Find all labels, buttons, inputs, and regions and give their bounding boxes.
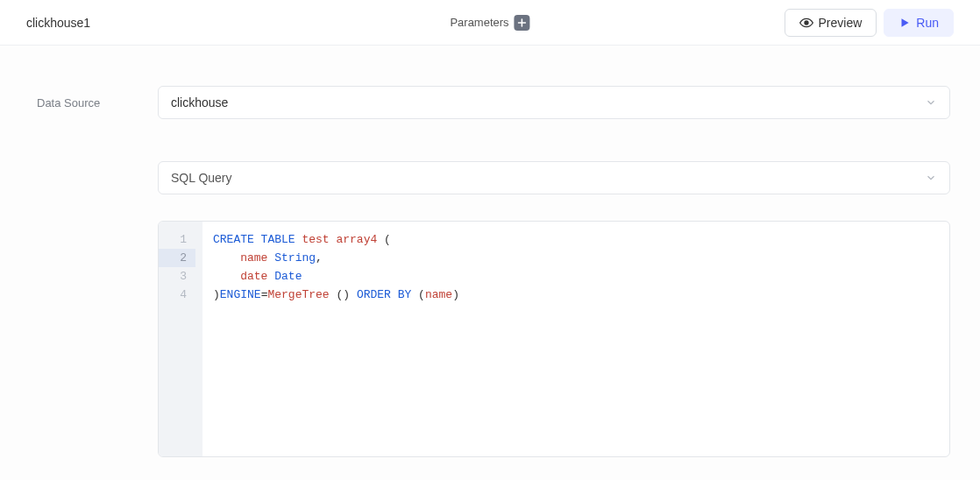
parameters-section: Parameters [450,15,529,31]
line-number: 4 [159,286,195,304]
query-type-value: SQL Query [171,171,232,185]
add-parameter-button[interactable] [515,15,530,31]
plus-icon [518,18,527,27]
line-number: 2 [159,249,195,267]
preview-button-label: Preview [819,16,863,30]
data-source-row: Data Source clickhouse [37,86,950,119]
data-source-select[interactable]: clickhouse [158,86,950,119]
header-bar: clickhouse1 Parameters Preview Run [0,0,980,46]
data-source-label: Data Source [37,86,158,109]
query-row-body: SQL Query 1234 CREATE TABLE test array4 … [158,161,950,457]
run-button[interactable]: Run [884,9,954,37]
data-source-value: clickhouse [171,95,228,109]
svg-point-0 [805,21,808,25]
chevron-down-icon [925,96,937,109]
chevron-down-icon [925,172,937,184]
query-row-label [37,161,158,172]
page-title: clickhouse1 [26,16,90,30]
play-icon [898,17,911,29]
content-area: Data Source clickhouse SQL Query 1234 CR… [0,46,980,480]
header-actions: Preview Run [785,9,954,37]
editor-code[interactable]: CREATE TABLE test array4 ( name String, … [202,222,949,456]
parameters-label: Parameters [450,16,508,29]
sql-editor[interactable]: 1234 CREATE TABLE test array4 ( name Str… [158,221,950,457]
query-row: SQL Query 1234 CREATE TABLE test array4 … [37,161,950,457]
line-number: 3 [159,267,195,286]
run-button-label: Run [916,16,939,30]
preview-button[interactable]: Preview [785,9,877,37]
query-type-row: SQL Query [158,161,950,194]
eye-icon [799,16,813,30]
editor-gutter: 1234 [159,222,202,456]
query-type-select[interactable]: SQL Query [158,161,950,194]
line-number: 1 [159,230,195,249]
data-source-body: clickhouse [158,86,950,119]
